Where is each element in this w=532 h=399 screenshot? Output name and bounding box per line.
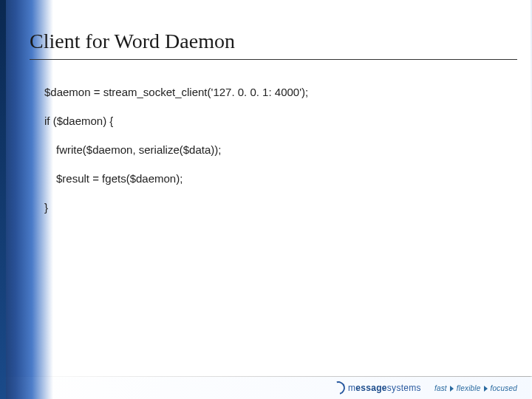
logo-part-bold: essage <box>355 383 387 393</box>
code-line: fwrite($daemon, serialize($data)); <box>44 135 517 164</box>
logo-part: m <box>348 383 355 393</box>
tagline-word: fast <box>434 384 447 392</box>
slide-title: Client for Word Daemon <box>30 30 517 60</box>
logo: messagesystems <box>332 381 421 395</box>
code-block: $daemon = stream_socket_client('127. 0. … <box>30 78 517 222</box>
separator-icon <box>450 386 454 392</box>
code-line: $result = fgets($daemon); <box>44 164 517 193</box>
content-area: Client for Word Daemon $daemon = stream_… <box>30 30 517 222</box>
tagline-word: focused <box>491 384 517 392</box>
code-line: } <box>44 193 517 222</box>
separator-icon <box>484 386 488 392</box>
slide: Client for Word Daemon $daemon = stream_… <box>0 0 532 399</box>
tagline-word: flexible <box>457 384 481 392</box>
logo-text: messagesystems <box>348 383 421 393</box>
footer: messagesystems fastflexiblefocused <box>0 377 532 399</box>
tagline: fastflexiblefocused <box>434 384 517 392</box>
code-line: if ($daemon) { <box>44 106 517 135</box>
logo-swirl-icon <box>330 379 348 398</box>
code-line: $daemon = stream_socket_client('127. 0. … <box>44 78 517 106</box>
logo-part: systems <box>387 383 421 393</box>
